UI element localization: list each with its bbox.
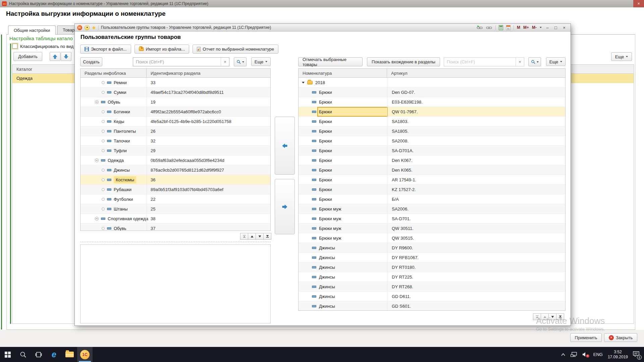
column-header-nomenclature[interactable]: Номенклатура bbox=[299, 69, 387, 77]
go-to-link-icon[interactable] bbox=[477, 25, 483, 30]
section-row[interactable]: Футболки22 bbox=[80, 194, 270, 204]
1c-taskbar-button[interactable]: 1С bbox=[77, 347, 93, 362]
start-button[interactable] bbox=[0, 347, 15, 362]
section-row[interactable]: Кеды4fe5a2bf-0125-4b9e-b285-1c220d051758 bbox=[80, 117, 270, 126]
section-row[interactable]: Штаны25 bbox=[80, 204, 270, 214]
move-right-button[interactable] bbox=[275, 179, 295, 234]
volume-muted-wrap[interactable]: ✕ bbox=[582, 352, 588, 357]
product-row[interactable]: БрюкиDen GD-07. bbox=[299, 87, 565, 97]
action-center-button[interactable]: 1 bbox=[633, 351, 639, 358]
calendar-icon[interactable]: 31 bbox=[506, 25, 511, 30]
product-row[interactable]: ДжинсыDY R9600. bbox=[299, 243, 565, 253]
product-row[interactable]: БрюкиSA2008. bbox=[299, 136, 565, 146]
section-row[interactable]: Костюмы36 bbox=[80, 175, 270, 185]
products-search-input[interactable] bbox=[444, 58, 516, 66]
product-row[interactable]: Брюки мужSA-D701. bbox=[299, 214, 565, 224]
section-row[interactable]: Туфли29 bbox=[80, 146, 270, 156]
section-row[interactable]: Рубашки89a0b51f3af9103d07fd4bd45703a6ef bbox=[80, 185, 270, 194]
main-more-button[interactable]: Еще bbox=[611, 52, 632, 61]
section-row[interactable]: Тапочки32 bbox=[80, 136, 270, 146]
copy-link-icon[interactable] bbox=[486, 25, 492, 30]
product-row[interactable]: БрюкиSA1805. bbox=[299, 126, 565, 136]
product-row[interactable]: БрюкиSA-D701A. bbox=[299, 146, 565, 156]
mdi-m-button[interactable]: M bbox=[517, 25, 520, 30]
product-row[interactable]: ДжинсыDY RT225. bbox=[299, 272, 565, 282]
section-row[interactable]: Обувь19 bbox=[80, 97, 270, 107]
task-view-button[interactable] bbox=[31, 347, 46, 362]
import-from-file-button[interactable]: Импорт из файла... bbox=[135, 45, 190, 54]
section-row[interactable]: Обувь37 bbox=[80, 224, 270, 231]
apply-button[interactable]: Применить bbox=[570, 333, 602, 342]
pane-splitter[interactable] bbox=[80, 242, 271, 242]
network-icon[interactable] bbox=[571, 352, 577, 357]
column-header-identifier[interactable]: Идентификатор раздела bbox=[147, 69, 270, 77]
section-row[interactable]: Джинсы876ac9cb2d00765d8121d62df9f9f927 bbox=[80, 165, 270, 175]
clear-search-button[interactable]: × bbox=[516, 58, 524, 66]
section-row[interactable]: Спортивная одежда38 bbox=[80, 214, 270, 224]
expand-caret-icon[interactable] bbox=[302, 82, 305, 83]
go-up-button[interactable] bbox=[248, 233, 256, 240]
chevron-down-icon[interactable] bbox=[540, 27, 542, 28]
collapse-icon[interactable] bbox=[95, 159, 99, 162]
add-button[interactable]: Добавить bbox=[13, 52, 42, 61]
column-header-article[interactable]: Артикул bbox=[387, 69, 565, 77]
move-down-button[interactable] bbox=[61, 52, 71, 61]
product-row[interactable]: ДжинсыDY RFB1067. bbox=[299, 253, 565, 262]
section-row[interactable]: Пантолеты26 bbox=[80, 126, 270, 136]
show-section-membership-button[interactable]: Показать вхождение в разделы bbox=[367, 57, 440, 66]
main-close-button[interactable]: × bbox=[633, 0, 644, 7]
main-menu-button[interactable] bbox=[85, 25, 90, 30]
product-row[interactable]: ДжинсыGD S601. bbox=[299, 301, 565, 311]
section-row[interactable]: Ремни33 bbox=[80, 78, 270, 87]
product-group-row[interactable]: 2018 bbox=[299, 78, 565, 87]
move-left-button[interactable] bbox=[275, 117, 295, 175]
mdi-m-minus-button[interactable]: M- bbox=[532, 25, 537, 30]
product-row[interactable]: ДжинсыGD D611. bbox=[299, 292, 565, 301]
product-row[interactable]: БрюкиAR 17549-1. bbox=[299, 175, 565, 185]
sections-more-button[interactable]: Еще bbox=[251, 57, 271, 66]
classify-checkbox[interactable] bbox=[12, 44, 17, 49]
favorites-star-icon[interactable]: ★ bbox=[92, 25, 96, 30]
collapse-icon[interactable] bbox=[95, 217, 99, 221]
tab-general-settings[interactable]: Общие настройки bbox=[8, 25, 56, 35]
product-row[interactable]: БрюкиE03-E639E198. bbox=[299, 97, 565, 107]
dialog-maximize-button[interactable]: □ bbox=[553, 25, 558, 30]
go-last-button[interactable] bbox=[263, 233, 271, 240]
products-more-button[interactable]: Еще bbox=[546, 57, 566, 66]
dialog-close-button[interactable]: × bbox=[561, 25, 567, 30]
create-button[interactable]: Создать bbox=[80, 57, 102, 66]
mark-selected-products-button[interactable]: Отмечать выбранные товары bbox=[298, 57, 363, 66]
dialog-minimize-button[interactable]: – bbox=[545, 25, 550, 30]
column-header-sections[interactable]: Разделы инфоблока bbox=[80, 69, 147, 77]
product-row[interactable]: БрюкиDen K067. bbox=[299, 156, 565, 165]
taskbar-search-button[interactable] bbox=[15, 347, 31, 362]
product-row[interactable]: Брюки мужQW 30511. bbox=[299, 224, 565, 233]
product-row[interactable]: ДжинсыDY RT0180. bbox=[299, 262, 565, 272]
product-row[interactable]: Брюки мужQW 30515. bbox=[299, 233, 565, 243]
mdi-m-plus-button[interactable]: M+ bbox=[523, 25, 529, 30]
taskbar-clock[interactable]: 3:52 17.09.2019 bbox=[608, 350, 628, 360]
close-form-button[interactable]: ✕ Закрыть bbox=[604, 333, 637, 342]
products-search-options-button[interactable] bbox=[528, 57, 541, 66]
product-row[interactable]: ДжинсыDY RT268. bbox=[299, 282, 565, 292]
product-row[interactable]: БрюкиKZ 17527-2. bbox=[299, 185, 565, 194]
product-row[interactable]: Брюки мужSA2006. bbox=[299, 204, 565, 214]
go-down-button[interactable] bbox=[256, 233, 264, 240]
internet-explorer-button[interactable]: e bbox=[46, 347, 62, 362]
calculator-icon[interactable] bbox=[499, 25, 503, 30]
section-row[interactable]: Ботинки4ff9f2ac22b5554a60ff8e972abc6cc0 bbox=[80, 107, 270, 117]
sections-search-input[interactable] bbox=[133, 58, 221, 66]
go-first-button[interactable] bbox=[240, 233, 248, 240]
collapse-icon[interactable] bbox=[95, 100, 99, 104]
report-button[interactable]: Отчет по выбранной номенклатуре bbox=[193, 45, 278, 54]
product-row[interactable]: БрюкиQW 01-7967. bbox=[299, 107, 565, 117]
section-row[interactable]: Одежда0b59af63a82efedcaaa055d3f6e4234d bbox=[80, 156, 270, 165]
file-explorer-button[interactable] bbox=[62, 347, 77, 362]
sections-search-options-button[interactable] bbox=[234, 57, 247, 66]
show-hidden-icons-chevron[interactable] bbox=[561, 353, 566, 356]
clear-search-button[interactable]: × bbox=[221, 58, 229, 66]
language-indicator[interactable]: ENG bbox=[593, 352, 603, 357]
product-row[interactable]: БрюкиБ/А bbox=[299, 194, 565, 204]
export-to-file-button[interactable]: Экспорт в файл... bbox=[80, 45, 131, 54]
product-row[interactable]: БрюкиDen K065. bbox=[299, 165, 565, 175]
